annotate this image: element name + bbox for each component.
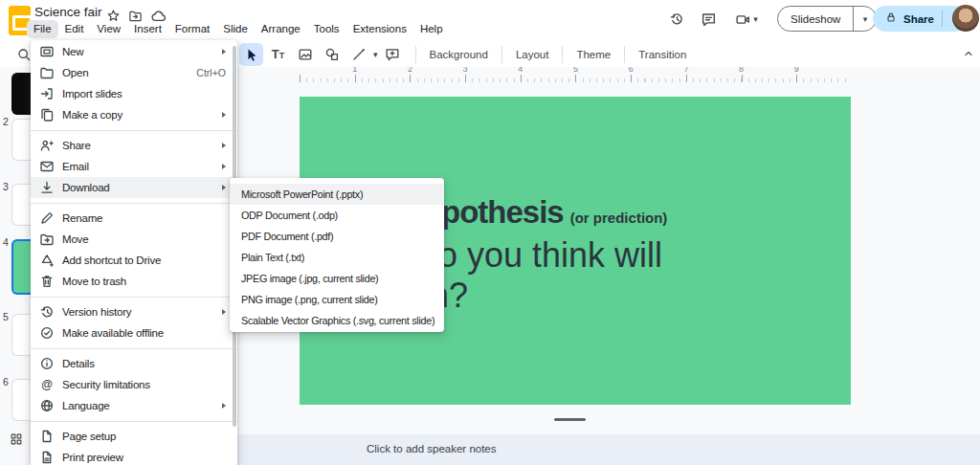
menu-divider (31, 297, 237, 298)
collapse-toolbar-icon[interactable] (959, 44, 978, 63)
menu-item-page-setup[interactable]: Page setup (31, 426, 237, 447)
camera-dropdown-icon[interactable]: ▾ (729, 7, 764, 32)
share-button-label[interactable]: Share (903, 13, 934, 25)
menu-item-label: Security limitations (62, 379, 226, 390)
menu-item-move-to-trash[interactable]: Move to trash (31, 271, 237, 292)
import-slides-icon (39, 86, 55, 101)
slide-number-6: 6 (3, 376, 9, 388)
menu-item-security-limitations[interactable]: @Security limitations (31, 374, 237, 395)
toolbar-theme-button[interactable]: Theme (573, 49, 613, 60)
slideshow-button-label[interactable]: Slideshow (778, 7, 854, 31)
grid-view-button[interactable] (8, 431, 25, 448)
select-tool-icon[interactable] (239, 43, 263, 66)
slide-thumbnail-6[interactable] (11, 379, 33, 421)
submenu-item-png-image-png-current-slide-[interactable]: PNG image (.png, current slide) (230, 289, 444, 310)
lock-icon (884, 11, 898, 28)
notes-resize-handle[interactable] (554, 418, 586, 421)
details-icon (39, 356, 55, 371)
menu-item-download[interactable]: Download (31, 177, 237, 198)
submenu-item-pdf-document-pdf-[interactable]: PDF Document (.pdf) (230, 226, 444, 247)
menu-item-open[interactable]: OpenCtrl+O (31, 62, 237, 83)
toolbar-separator (501, 46, 502, 63)
menu-item-move[interactable]: Move (31, 229, 237, 250)
submenu-item-plain-text-txt-[interactable]: Plain Text (.txt) (230, 247, 444, 268)
menu-item-label: Details (62, 358, 226, 369)
menu-item-make-a-copy[interactable]: Make a copy (31, 104, 237, 125)
menu-item-label: New (62, 46, 214, 57)
menu-item-label: Version history (62, 306, 214, 318)
speaker-notes-bar[interactable]: Click to add speaker notes (220, 434, 980, 465)
submenu-item-odp-document-odp-[interactable]: ODP Document (.odp) (230, 205, 444, 226)
menubar-slide[interactable]: Slide (216, 20, 255, 38)
submenu-item-scalable-vector-graphics-svg-current-slide-[interactable]: Scalable Vector Graphics (.svg, current … (230, 310, 444, 331)
submenu-item-label: ODP Document (.odp) (241, 210, 338, 221)
slide-thumbnail-1[interactable] (11, 73, 33, 115)
menubar-arrange[interactable]: Arrange (255, 20, 307, 38)
menu-item-label: Download (62, 182, 214, 193)
menubar-file[interactable]: File (27, 20, 58, 38)
shape-tool-icon[interactable] (320, 43, 344, 66)
menubar-insert[interactable]: Insert (127, 20, 168, 38)
toolbar-layout-button[interactable]: Layout (513, 49, 552, 60)
submenu-arrow-icon (222, 112, 226, 118)
menu-item-label: Print preview (62, 452, 226, 463)
menubar-tools[interactable]: Tools (307, 20, 346, 38)
menu-item-language[interactable]: Language (31, 395, 237, 416)
menu-item-label: Import slides (62, 88, 226, 100)
menu-item-add-shortcut-to-drive[interactable]: Add shortcut to Drive (31, 250, 237, 271)
download-icon (39, 180, 55, 195)
submenu-arrow-icon (222, 185, 226, 190)
comment-add-tool-icon[interactable] (381, 43, 405, 66)
slideshow-button[interactable]: Slideshow ▾ (777, 6, 877, 32)
submenu-item-label: PNG image (.png, current slide) (241, 294, 378, 305)
submenu-arrow-icon (222, 164, 226, 169)
slide-number-2: 2 (3, 116, 9, 127)
menu-item-import-slides[interactable]: Import slides (31, 83, 237, 104)
menubar-format[interactable]: Format (168, 20, 216, 38)
slide-thumbnail-2[interactable] (11, 119, 33, 161)
menu-item-print-preview[interactable]: Print preview (31, 447, 237, 465)
submenu-item-jpeg-image-jpg-current-slide-[interactable]: JPEG image (.jpg, current slide) (230, 268, 444, 289)
comments-icon[interactable] (696, 7, 721, 32)
menubar-edit[interactable]: Edit (58, 20, 91, 38)
toolbar-background-button[interactable]: Background (427, 49, 491, 60)
slide-number-5: 5 (3, 311, 9, 322)
app-header: Science fair FileEditViewInsertFormatSli… (0, 0, 980, 42)
menu-item-new[interactable]: New (31, 41, 237, 62)
menu-item-email[interactable]: Email (31, 156, 237, 177)
image-tool-icon[interactable] (293, 43, 317, 66)
email-icon (39, 159, 55, 174)
menu-item-rename[interactable]: Rename (31, 208, 237, 229)
menu-item-share[interactable]: Share (31, 135, 237, 156)
toolbar-transition-button[interactable]: Transition (635, 49, 689, 60)
user-avatar[interactable] (952, 5, 979, 32)
submenu-item-label: JPEG image (.jpg, current slide) (241, 273, 378, 284)
menubar-view[interactable]: View (90, 20, 127, 38)
security-icon: @ (39, 377, 55, 392)
menubar-extensions[interactable]: Extensions (346, 20, 413, 38)
submenu-arrow-icon (222, 49, 226, 55)
line-tool-icon[interactable] (346, 43, 370, 66)
menu-item-details[interactable]: Details (31, 353, 237, 374)
textbox-tool-icon[interactable]: TT (266, 43, 290, 66)
slide-body-text-line2: o you think will (438, 235, 662, 276)
rename-icon (39, 210, 55, 226)
menu-item-label: Email (62, 161, 214, 172)
menu-item-label: Move (62, 233, 226, 245)
submenu-item-microsoft-powerpoint-pptx-[interactable]: Microsoft PowerPoint (.pptx) (230, 184, 444, 205)
submenu-item-label: Scalable Vector Graphics (.svg, current … (241, 315, 434, 326)
document-title[interactable]: Science fair (34, 5, 102, 19)
slide-thumbnail-3[interactable] (11, 184, 33, 226)
make-a-copy-icon (39, 107, 55, 122)
menubar-help[interactable]: Help (413, 20, 450, 38)
line-tool-dropdown[interactable]: ▾ (373, 50, 378, 59)
menu-divider (31, 421, 237, 422)
menu-item-make-available-offline[interactable]: Make available offline (31, 322, 237, 343)
menu-item-version-history[interactable]: Version history (31, 301, 237, 322)
version-history-icon[interactable] (664, 7, 689, 32)
speaker-notes-placeholder: Click to add speaker notes (367, 443, 497, 454)
slide-thumbnail-4[interactable] (11, 239, 33, 295)
slide-number-3: 3 (3, 181, 9, 192)
slide-thumbnail-5[interactable] (11, 314, 33, 356)
trash-icon (39, 274, 55, 289)
